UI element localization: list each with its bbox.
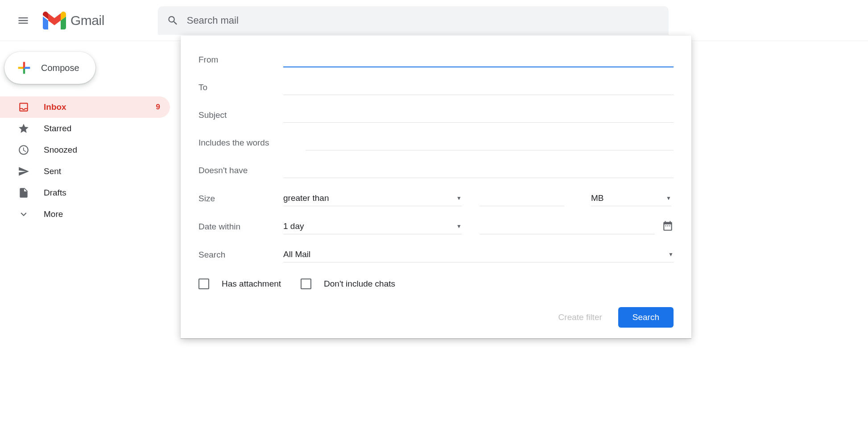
sidebar-item-snoozed[interactable]: Snoozed (0, 139, 170, 161)
includes-row: Includes the words (198, 135, 674, 150)
sidebar-item-label: Drafts (44, 188, 170, 198)
chevron-down-icon (17, 208, 30, 220)
clock-icon (17, 144, 30, 156)
dropdown-arrow-icon: ▼ (666, 195, 671, 201)
sidebar-item-inbox[interactable]: Inbox 9 (0, 96, 170, 118)
inbox-count: 9 (156, 103, 160, 112)
search-folder-select[interactable]: All Mail ▼ (283, 247, 674, 262)
hamburger-icon (17, 14, 29, 27)
size-row: Size greater than ▼ MB ▼ (198, 191, 674, 206)
from-label: From (198, 55, 283, 65)
size-label: Size (198, 194, 283, 204)
date-range-value: 1 day (283, 221, 304, 231)
includes-label: Includes the words (198, 138, 306, 148)
search-icon (167, 14, 179, 27)
size-unit-value: MB (591, 193, 604, 203)
search-button[interactable]: Search (618, 307, 674, 328)
subject-row: Subject (198, 108, 674, 123)
sidebar-item-drafts[interactable]: Drafts (0, 182, 170, 204)
to-input[interactable] (283, 80, 674, 95)
subject-input[interactable] (283, 108, 674, 123)
has-attachment-checkbox[interactable]: Has attachment (198, 279, 281, 289)
button-row: Create filter Search (198, 307, 674, 328)
star-icon (17, 123, 30, 134)
layout: Compose Inbox 9 Starred Snoozed Sent Dra… (0, 41, 868, 441)
sidebar-item-more[interactable]: More (0, 204, 170, 225)
search-wrap (158, 6, 669, 35)
compose-button[interactable]: Compose (4, 52, 95, 84)
date-label: Date within (198, 222, 283, 232)
dropdown-arrow-icon: ▼ (456, 223, 462, 229)
search-filter-dropdown: From To Subject Includes the words Doesn… (181, 36, 691, 338)
dont-include-chats-checkbox[interactable]: Don't include chats (301, 279, 395, 289)
send-icon (17, 166, 30, 177)
compose-label: Compose (41, 63, 79, 73)
main-menu-button[interactable] (12, 10, 34, 31)
file-icon (17, 187, 30, 199)
includes-input[interactable] (306, 135, 674, 150)
search-folder-label: Search (198, 250, 283, 260)
gmail-icon (43, 12, 66, 29)
calendar-button[interactable] (662, 220, 674, 233)
subject-label: Subject (198, 110, 283, 120)
sidebar-item-label: Snoozed (44, 145, 170, 155)
date-row: Date within 1 day ▼ (198, 219, 674, 234)
dropdown-arrow-icon: ▼ (456, 195, 462, 201)
sidebar-item-starred[interactable]: Starred (0, 118, 170, 139)
doesnt-row: Doesn't have (198, 163, 674, 178)
checkbox-box-icon (301, 279, 311, 289)
size-comparator-select[interactable]: greater than ▼ (283, 191, 462, 206)
size-value-input[interactable] (479, 191, 564, 206)
from-row: From (198, 52, 674, 67)
checkbox-row: Has attachment Don't include chats (198, 279, 674, 289)
size-comparator-value: greater than (283, 193, 329, 203)
sidebar-item-label: Sent (44, 166, 170, 176)
search-input[interactable] (187, 15, 660, 26)
plus-icon (15, 59, 33, 77)
has-attachment-label: Has attachment (222, 279, 281, 289)
from-input[interactable] (283, 52, 674, 67)
header: Gmail (0, 0, 868, 41)
dropdown-arrow-icon: ▼ (668, 251, 674, 258)
doesnt-input[interactable] (283, 163, 674, 178)
sidebar-item-label: Starred (44, 124, 170, 133)
checkbox-box-icon (198, 279, 209, 289)
to-row: To (198, 80, 674, 95)
date-range-select[interactable]: 1 day ▼ (283, 219, 462, 234)
sidebar-item-sent[interactable]: Sent (0, 161, 170, 182)
to-label: To (198, 83, 283, 92)
search-bar[interactable] (158, 6, 669, 35)
main: From To Subject Includes the words Doesn… (181, 41, 868, 441)
gmail-text: Gmail (70, 13, 104, 28)
inbox-icon (17, 101, 30, 113)
sidebar-item-label: Inbox (44, 102, 156, 112)
sidebar-item-label: More (44, 209, 170, 219)
calendar-icon (662, 220, 674, 232)
sidebar: Compose Inbox 9 Starred Snoozed Sent Dra… (0, 41, 181, 441)
doesnt-label: Doesn't have (198, 166, 283, 175)
size-unit-select[interactable]: MB ▼ (591, 191, 671, 206)
date-value-input[interactable] (479, 219, 655, 234)
search-folder-row: Search All Mail ▼ (198, 247, 674, 262)
create-filter-button: Create filter (558, 312, 602, 322)
search-folder-value: All Mail (283, 250, 310, 259)
dont-include-chats-label: Don't include chats (324, 279, 395, 289)
gmail-logo[interactable]: Gmail (43, 12, 104, 29)
